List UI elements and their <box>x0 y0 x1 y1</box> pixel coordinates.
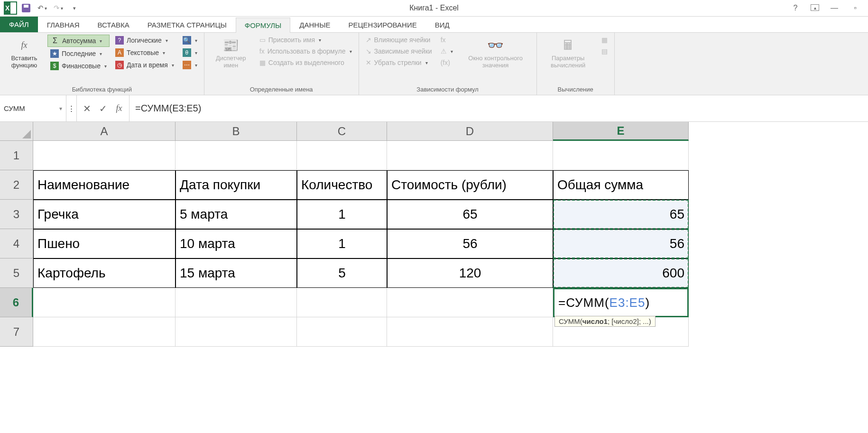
cell-D4[interactable]: 56 <box>387 229 553 258</box>
define-name-button[interactable]: ▭Присвоить имя▾ <box>257 35 355 45</box>
cell-C1[interactable] <box>297 141 387 170</box>
trace-dependents-button[interactable]: ↘Зависимые ячейки <box>363 46 435 56</box>
cancel-button[interactable]: ✕ <box>79 101 95 116</box>
remove-arrows-button[interactable]: ✕Убрать стрелки▾ <box>363 57 435 68</box>
col-header-A[interactable]: A <box>33 122 175 141</box>
cell-D5[interactable]: 120 <box>387 258 553 288</box>
row-header-3[interactable]: 3 <box>0 200 33 229</box>
cell-C7[interactable] <box>297 317 387 347</box>
ribbon-group-function-library: fx Вставить функцию ΣАвтосумма▾ ★Последн… <box>0 33 204 95</box>
ribbon-group-calculation: 🖩 Параметры вычислений ▦ ▤ Вычисление <box>537 33 615 95</box>
text-button[interactable]: AТекстовые▾ <box>112 47 177 58</box>
recent-button[interactable]: ★Последние▾ <box>47 48 110 59</box>
save-button[interactable] <box>19 1 33 15</box>
logical-button[interactable]: ?Логические▾ <box>112 35 177 46</box>
name-box[interactable]: СУММ <box>0 95 66 121</box>
undo-button[interactable]: ↶▾ <box>35 1 49 15</box>
col-header-B[interactable]: B <box>175 122 297 141</box>
row-header-6[interactable]: 6 <box>0 288 33 317</box>
row-header-4[interactable]: 4 <box>0 229 33 258</box>
more-fn-button[interactable]: ⋯▾ <box>180 59 200 71</box>
tab-home[interactable]: ГЛАВНАЯ <box>38 17 89 32</box>
col-header-D[interactable]: D <box>387 122 553 141</box>
enter-button[interactable]: ✓ <box>95 101 111 116</box>
cell-B4[interactable]: 10 марта <box>175 229 297 258</box>
error-check-button[interactable]: ⚠▾ <box>438 46 456 56</box>
cell-E6[interactable]: =СУММ(E3:E5) СУММ(число1; [число2]; ...) <box>553 288 689 317</box>
autosum-button[interactable]: ΣАвтосумма▾ <box>47 35 110 47</box>
create-from-sel-button[interactable]: ▦Создать из выделенного <box>257 57 355 68</box>
cell-A2[interactable]: Наименование <box>33 170 175 200</box>
insert-function-button[interactable]: fx Вставить функцию <box>4 35 45 71</box>
eval-formula-button[interactable]: (fx) <box>438 57 456 68</box>
minimize-button[interactable]: — <box>829 2 840 14</box>
watch-window-button[interactable]: 👓 Окно контрольного значения <box>459 35 533 71</box>
tab-layout[interactable]: РАЗМЕТКА СТРАНИЦЫ <box>139 17 236 32</box>
cell-B7[interactable] <box>175 317 297 347</box>
tab-view[interactable]: ВИД <box>426 17 459 32</box>
cell-B5[interactable]: 15 марта <box>175 258 297 288</box>
cell-B2[interactable]: Дата покупки <box>175 170 297 200</box>
cell-C3[interactable]: 1 <box>297 200 387 229</box>
row-header-1[interactable]: 1 <box>0 141 33 170</box>
cell-D2[interactable]: Стоимость (рубли) <box>387 170 553 200</box>
cell-C5[interactable]: 5 <box>297 258 387 288</box>
cell-A1[interactable] <box>33 141 175 170</box>
cell-B1[interactable] <box>175 141 297 170</box>
math-button[interactable]: θ▾ <box>180 47 200 58</box>
show-formulas-button[interactable]: fx <box>438 35 456 45</box>
cell-D7[interactable] <box>387 317 553 347</box>
financial-button[interactable]: $Финансовые▾ <box>47 60 110 72</box>
group-label-library: Библиотека функций <box>4 85 200 94</box>
calc-options-button[interactable]: 🖩 Параметры вычислений <box>541 35 596 71</box>
ribbon-display-button[interactable]: ▴ <box>811 4 819 11</box>
col-header-C[interactable]: C <box>297 122 387 141</box>
cell-D1[interactable] <box>387 141 553 170</box>
use-in-formula-button[interactable]: fxИспользовать в формуле▾ <box>257 46 355 56</box>
calculator-icon: 🖩 <box>560 37 577 54</box>
cell-D6[interactable] <box>387 288 553 317</box>
cell-B3[interactable]: 5 марта <box>175 200 297 229</box>
cell-E2[interactable]: Общая сумма <box>553 170 689 200</box>
cell-D3[interactable]: 65 <box>387 200 553 229</box>
tab-review[interactable]: РЕЦЕНЗИРОВАНИЕ <box>339 17 425 32</box>
cell-A5[interactable]: Картофель <box>33 258 175 288</box>
cell-B6[interactable] <box>175 288 297 317</box>
tab-data[interactable]: ДАННЫЕ <box>290 17 339 32</box>
cell-E5[interactable]: 600 <box>553 258 689 288</box>
row-header-7[interactable]: 7 <box>0 317 33 347</box>
cell-C6[interactable] <box>297 288 387 317</box>
cell-A6[interactable] <box>33 288 175 317</box>
cell-E3[interactable]: 65 <box>553 200 689 229</box>
fx-button[interactable]: fx <box>111 101 127 116</box>
tab-insert[interactable]: ВСТАВКА <box>89 17 139 32</box>
insert-function-label: Вставить функцию <box>8 55 41 69</box>
tab-formulas[interactable]: ФОРМУЛЫ <box>236 18 291 33</box>
col-header-E[interactable]: E <box>553 122 689 141</box>
help-button[interactable]: ? <box>790 2 801 14</box>
formula-input[interactable]: =СУММ(E3:E5) <box>129 95 868 121</box>
select-all-corner[interactable] <box>0 122 33 141</box>
trace-precedents-button[interactable]: ↗Влияющие ячейки <box>363 35 435 45</box>
cell-C4[interactable]: 1 <box>297 229 387 258</box>
cell-E1[interactable] <box>553 141 689 170</box>
datetime-button[interactable]: ◷Дата и время▾ <box>112 59 177 71</box>
formula-bar: СУММ ⋮ ✕ ✓ fx =СУММ(E3:E5) <box>0 95 868 122</box>
calc-now-button[interactable]: ▦ <box>599 35 610 45</box>
cell-A7[interactable] <box>33 317 175 347</box>
row-header-2[interactable]: 2 <box>0 170 33 200</box>
cell-A4[interactable]: Пшено <box>33 229 175 258</box>
cell-C2[interactable]: Количество <box>297 170 387 200</box>
cell-E4[interactable]: 56 <box>553 229 689 258</box>
spreadsheet-grid: A B C D E 1 2 Наименование Дата покупки … <box>0 122 868 347</box>
row-header-5[interactable]: 5 <box>0 258 33 288</box>
quick-access-toolbar: ↶▾ ↷▾ ▾ <box>0 1 82 15</box>
maximize-button[interactable]: ▫ <box>850 2 861 14</box>
name-manager-button[interactable]: 📰 Диспетчер имен <box>208 35 254 71</box>
redo-button[interactable]: ↷▾ <box>51 1 65 15</box>
cell-A3[interactable]: Гречка <box>33 200 175 229</box>
qat-customize-button[interactable]: ▾ <box>67 1 82 15</box>
lookup-button[interactable]: 🔍▾ <box>180 35 200 46</box>
tab-file[interactable]: ФАЙЛ <box>0 16 38 32</box>
calc-sheet-button[interactable]: ▤ <box>599 46 610 56</box>
